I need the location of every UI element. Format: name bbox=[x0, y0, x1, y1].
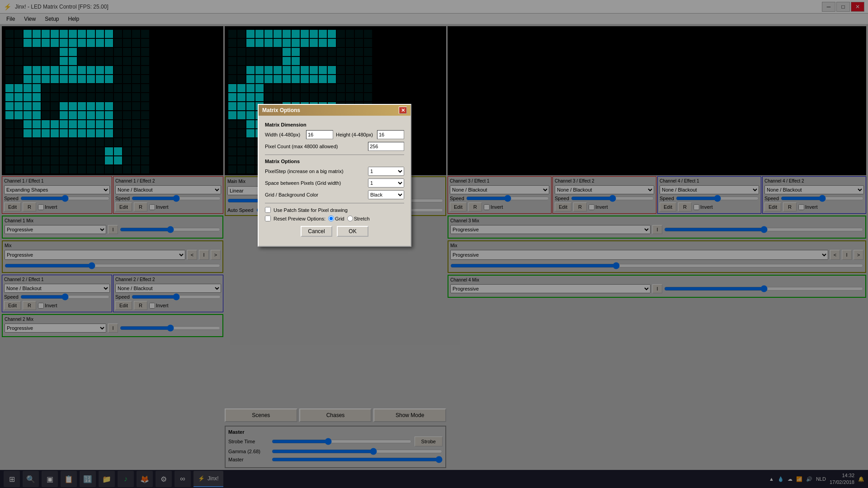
color-label: Grid / Background Color bbox=[265, 192, 365, 197]
reset-preview-label: Reset Preview Options: bbox=[274, 216, 326, 221]
width-label: Width (4-480px) bbox=[265, 132, 303, 137]
pixel-count-row: Pixel Count (max 48000 allowed) bbox=[265, 142, 404, 151]
grid-option: Grid bbox=[328, 216, 344, 221]
space-row: Space between Pixels (Grid width) 1 2 3 bbox=[265, 178, 404, 188]
dimension-section-title: Matrix Dimension bbox=[265, 122, 404, 127]
dialog-btn-row: Cancel OK bbox=[265, 226, 404, 241]
color-row: Grid / Background Color Black White Gray bbox=[265, 190, 404, 199]
options-section-title: Matrix Options bbox=[265, 159, 404, 164]
height-label: Height (4-480px) bbox=[336, 132, 374, 137]
ok-button[interactable]: OK bbox=[337, 226, 368, 237]
dialog-content: Matrix Dimension Width (4-480px) Height … bbox=[259, 116, 410, 246]
pixel-step-label: PixelStep (increase on a big matrix) bbox=[265, 169, 365, 174]
dialog-title: Matrix Options bbox=[262, 107, 300, 113]
matrix-options-dialog: Matrix Options ✕ Matrix Dimension Width … bbox=[258, 104, 411, 247]
height-input[interactable] bbox=[377, 130, 404, 139]
use-patch-checkbox[interactable] bbox=[265, 207, 271, 213]
reset-preview-row: Reset Preview Options: Grid Stretch bbox=[265, 216, 404, 221]
pixel-step-select[interactable]: 1 2 3 bbox=[368, 167, 404, 176]
use-patch-row: Use Patch State for Pixel drawing bbox=[265, 207, 404, 213]
color-select[interactable]: Black White Gray bbox=[368, 190, 404, 199]
use-patch-label: Use Patch State for Pixel drawing bbox=[274, 207, 348, 213]
dialog-close-btn[interactable]: ✕ bbox=[399, 107, 407, 114]
pixel-count-input[interactable] bbox=[368, 142, 404, 151]
grid-radio[interactable] bbox=[328, 216, 334, 221]
space-select[interactable]: 1 2 3 bbox=[368, 178, 404, 188]
pixel-count-label: Pixel Count (max 48000 allowed) bbox=[265, 144, 365, 149]
width-input[interactable] bbox=[306, 130, 333, 139]
stretch-option: Stretch bbox=[347, 216, 370, 221]
dialog-overlay: Matrix Options ✕ Matrix Dimension Width … bbox=[0, 0, 868, 488]
dialog-titlebar[interactable]: Matrix Options ✕ bbox=[259, 105, 410, 116]
stretch-label: Stretch bbox=[354, 216, 370, 221]
reset-preview-checkbox[interactable] bbox=[265, 216, 271, 221]
cancel-button[interactable]: Cancel bbox=[301, 226, 332, 237]
space-label: Space between Pixels (Grid width) bbox=[265, 180, 365, 186]
pixel-step-row: PixelStep (increase on a big matrix) 1 2… bbox=[265, 167, 404, 176]
grid-label: Grid bbox=[335, 216, 344, 221]
width-row: Width (4-480px) Height (4-480px) bbox=[265, 130, 404, 139]
stretch-radio[interactable] bbox=[347, 216, 353, 221]
